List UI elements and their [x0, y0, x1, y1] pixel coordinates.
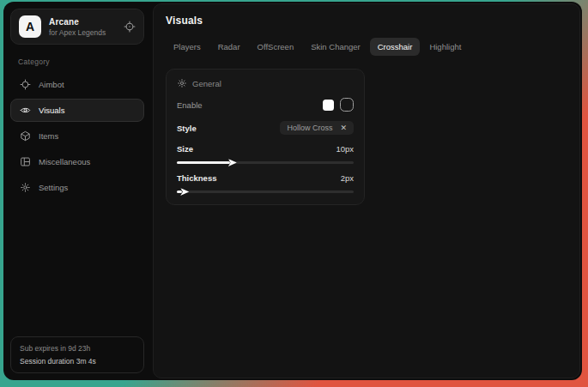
- style-row: Style Hollow Cross ✕: [177, 121, 354, 135]
- tab-crosshair[interactable]: Crosshair: [370, 38, 421, 56]
- tab-highlight[interactable]: Highlight: [421, 38, 469, 56]
- size-slider-fill: [177, 161, 230, 164]
- eye-icon: [20, 105, 31, 116]
- app-header: A Arcane for Apex Legends: [10, 9, 144, 45]
- thickness-slider[interactable]: [177, 190, 354, 193]
- layout-icon: [20, 156, 31, 167]
- size-row: Size 10px: [177, 144, 354, 154]
- enable-controls: [323, 98, 354, 112]
- sidebar-item-label: Miscellaneous: [39, 157, 90, 166]
- enable-checkbox[interactable]: [323, 100, 334, 111]
- sidebar-item-label: Items: [39, 131, 58, 141]
- style-select-chip[interactable]: Hollow Cross ✕: [280, 121, 354, 135]
- enable-label: Enable: [177, 100, 203, 110]
- gear-icon: [20, 182, 31, 193]
- thickness-row: Thickness 2px: [177, 173, 354, 183]
- app-subtitle: for Apex Legends: [49, 28, 116, 37]
- tab-skin-changer[interactable]: Skin Changer: [303, 38, 368, 56]
- page-title: Visuals: [166, 15, 567, 27]
- sidebar-nav: Aimbot Visuals Items: [10, 73, 144, 199]
- general-settings-card: General Enable Style Hollow Cross ✕ Size…: [166, 69, 365, 205]
- size-slider[interactable]: [177, 161, 354, 164]
- cube-icon: [20, 130, 31, 142]
- tab-radar[interactable]: Radar: [210, 38, 248, 56]
- app-window: A Arcane for Apex Legends Category: [3, 2, 582, 380]
- sidebar-item-visuals[interactable]: Visuals: [10, 99, 144, 122]
- sidebar-item-settings[interactable]: Settings: [10, 176, 144, 199]
- style-value: Hollow Cross: [287, 124, 332, 132]
- sidebar-item-aimbot[interactable]: Aimbot: [10, 73, 144, 96]
- category-label: Category: [18, 57, 136, 66]
- crosshair-icon: [20, 79, 31, 90]
- tab-offscreen[interactable]: OffScreen: [250, 38, 302, 56]
- thickness-slider-thumb[interactable]: [180, 188, 189, 196]
- remove-icon[interactable]: ✕: [340, 124, 347, 132]
- enable-row: Enable: [177, 98, 354, 112]
- sidebar-item-label: Settings: [39, 183, 68, 192]
- sidebar-item-label: Aimbot: [39, 80, 64, 89]
- card-section-header: General: [177, 78, 354, 88]
- subscription-info-box: Sub expires in 9d 23h Session duration 3…: [10, 336, 144, 373]
- app-titles: Arcane for Apex Legends: [49, 17, 116, 37]
- gear-icon: [177, 78, 187, 88]
- sidebar-item-items[interactable]: Items: [10, 124, 144, 148]
- sidebar-item-miscellaneous[interactable]: Miscellaneous: [10, 150, 144, 173]
- session-duration-text: Session duration 3m 4s: [20, 357, 135, 366]
- sidebar-item-label: Visuals: [39, 106, 64, 115]
- main-content: Visuals Players Radar OffScreen Skin Cha…: [153, 3, 580, 378]
- section-title: General: [192, 79, 221, 88]
- thickness-slider-fill: [177, 190, 182, 193]
- enable-keybind-box[interactable]: [340, 98, 354, 112]
- size-label: Size: [177, 144, 193, 154]
- app-title: Arcane: [49, 17, 116, 27]
- sidebar: A Arcane for Apex Legends Category: [3, 2, 151, 380]
- scope-icon[interactable]: [124, 21, 136, 33]
- style-label: Style: [177, 124, 197, 133]
- thickness-label: Thickness: [177, 173, 216, 183]
- thickness-value: 2px: [341, 173, 354, 183]
- size-slider-thumb[interactable]: [228, 159, 237, 166]
- tab-bar: Players Radar OffScreen Skin Changer Cro…: [166, 38, 567, 56]
- size-value: 10px: [336, 144, 354, 154]
- sub-expires-text: Sub expires in 9d 23h: [20, 344, 135, 353]
- tab-players[interactable]: Players: [166, 38, 209, 56]
- app-logo: A: [19, 15, 41, 38]
